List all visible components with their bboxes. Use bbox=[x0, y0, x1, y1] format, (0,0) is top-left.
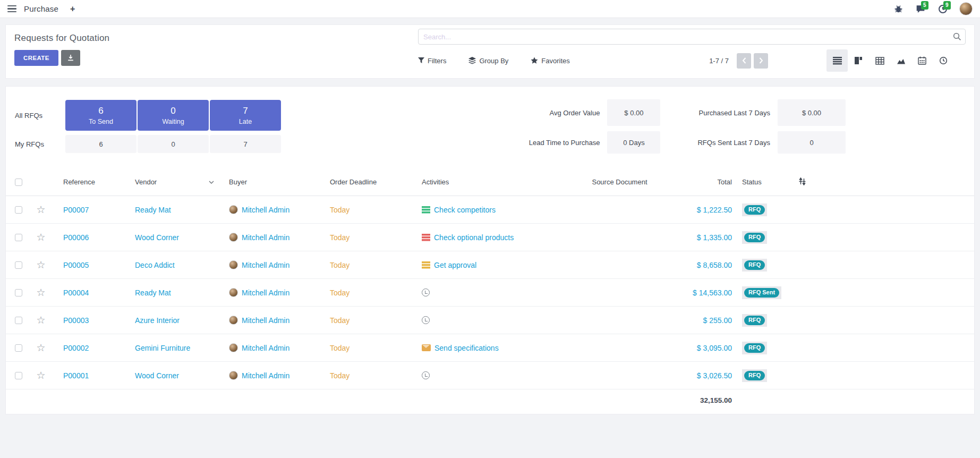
user-avatar[interactable] bbox=[959, 2, 973, 15]
favorites-menu[interactable]: Favorites bbox=[531, 57, 569, 65]
pager-previous-button[interactable] bbox=[737, 53, 751, 69]
table-row[interactable]: ☆ P00005 Deco Addict Mitchell Admin Toda… bbox=[6, 251, 974, 279]
list-view-button[interactable] bbox=[826, 49, 848, 72]
activity-icon[interactable] bbox=[422, 261, 430, 269]
favorite-star-icon[interactable]: ☆ bbox=[31, 370, 50, 380]
reference-link[interactable]: P00001 bbox=[50, 371, 122, 380]
messages-icon[interactable]: 5 bbox=[915, 3, 926, 15]
buyer-avatar bbox=[229, 288, 238, 297]
activity-icon[interactable] bbox=[422, 289, 430, 296]
activity-view-button[interactable] bbox=[933, 49, 954, 72]
all-waiting-card[interactable]: 0Waiting bbox=[138, 100, 209, 131]
group-by-menu[interactable]: Group By bbox=[468, 57, 508, 65]
status-badge: RFQ bbox=[744, 233, 765, 242]
buyer-link[interactable]: Mitchell Admin bbox=[242, 316, 289, 325]
graph-view-button[interactable] bbox=[890, 49, 911, 72]
select-all-checkbox[interactable] bbox=[15, 179, 22, 186]
reference-link[interactable]: P00006 bbox=[50, 233, 122, 242]
table-row[interactable]: ☆ P00001 Wood Corner Mitchell Admin Toda… bbox=[6, 362, 974, 389]
buyer-link[interactable]: Mitchell Admin bbox=[242, 371, 289, 380]
debug-bug-icon[interactable] bbox=[892, 3, 904, 15]
favorite-star-icon[interactable]: ☆ bbox=[31, 315, 50, 325]
row-checkbox[interactable] bbox=[15, 317, 22, 324]
activities-icon[interactable]: 9 bbox=[937, 3, 949, 15]
activity-cell[interactable]: Check competitors bbox=[409, 206, 560, 214]
status-cell: RFQ bbox=[732, 342, 817, 354]
row-checkbox[interactable] bbox=[15, 372, 22, 379]
activity-cell[interactable]: Check optional products bbox=[409, 233, 560, 242]
table-row[interactable]: ☆ P00004 Ready Mat Mitchell Admin Today … bbox=[6, 279, 974, 307]
vendor-link[interactable]: Wood Corner bbox=[122, 371, 216, 380]
header-reference[interactable]: Reference bbox=[50, 178, 122, 186]
search-input[interactable] bbox=[418, 29, 966, 45]
row-checkbox[interactable] bbox=[15, 234, 22, 241]
favorite-star-icon[interactable]: ☆ bbox=[31, 205, 50, 215]
my-late-card[interactable]: 7 bbox=[210, 135, 281, 153]
vendor-link[interactable]: Ready Mat bbox=[122, 289, 216, 297]
search-icon[interactable] bbox=[953, 32, 961, 41]
reference-link[interactable]: P00003 bbox=[50, 316, 122, 325]
header-total[interactable]: Total bbox=[679, 178, 732, 186]
table-footer: 32,155.00 bbox=[6, 389, 974, 411]
table-row[interactable]: ☆ P00006 Wood Corner Mitchell Admin Toda… bbox=[6, 224, 974, 251]
pager-next-button[interactable] bbox=[754, 53, 768, 69]
reference-link[interactable]: P00005 bbox=[50, 261, 122, 269]
header-source-document[interactable]: Source Document bbox=[560, 178, 679, 186]
vendor-link[interactable]: Gemini Furniture bbox=[122, 344, 216, 352]
vendor-link[interactable]: Azure Interior bbox=[122, 316, 216, 325]
optional-columns-icon[interactable] bbox=[798, 177, 806, 185]
header-vendor[interactable]: Vendor bbox=[122, 178, 216, 186]
header-buyer[interactable]: Buyer bbox=[216, 178, 317, 186]
buyer-link[interactable]: Mitchell Admin bbox=[242, 344, 289, 352]
row-checkbox[interactable] bbox=[15, 261, 22, 269]
activity-icon[interactable] bbox=[422, 344, 431, 351]
favorite-star-icon[interactable]: ☆ bbox=[31, 232, 50, 242]
reference-link[interactable]: P00002 bbox=[50, 344, 122, 352]
activity-cell[interactable] bbox=[409, 289, 560, 296]
buyer-link[interactable]: Mitchell Admin bbox=[242, 261, 289, 269]
all-late-card[interactable]: 7Late bbox=[210, 100, 281, 131]
filters-menu[interactable]: Filters bbox=[418, 57, 446, 65]
row-checkbox[interactable] bbox=[15, 344, 22, 352]
reference-link[interactable]: P00004 bbox=[50, 289, 122, 297]
activity-icon[interactable] bbox=[422, 206, 430, 214]
table-row[interactable]: ☆ P00007 Ready Mat Mitchell Admin Today … bbox=[6, 196, 974, 224]
header-activities[interactable]: Activities bbox=[409, 178, 560, 186]
kanban-view-button[interactable] bbox=[848, 49, 869, 72]
reference-link[interactable]: P00007 bbox=[50, 206, 122, 214]
favorite-star-icon[interactable]: ☆ bbox=[31, 343, 50, 353]
table-row[interactable]: ☆ P00002 Gemini Furniture Mitchell Admin… bbox=[6, 334, 974, 362]
favorite-star-icon[interactable]: ☆ bbox=[31, 260, 50, 270]
buyer-link[interactable]: Mitchell Admin bbox=[242, 233, 289, 242]
all-to-send-card[interactable]: 6To Send bbox=[65, 100, 137, 131]
vendor-link[interactable]: Deco Addict bbox=[122, 261, 216, 269]
activity-cell[interactable] bbox=[409, 371, 560, 379]
vendor-link[interactable]: Ready Mat bbox=[122, 206, 216, 214]
export-button[interactable] bbox=[61, 50, 80, 66]
row-checkbox[interactable] bbox=[15, 206, 22, 214]
my-to-send-card[interactable]: 6 bbox=[65, 135, 137, 153]
app-name[interactable]: Purchase bbox=[24, 4, 58, 13]
activity-cell[interactable] bbox=[409, 316, 560, 324]
activity-cell[interactable]: Send specifications bbox=[409, 344, 560, 352]
create-button[interactable]: CREATE bbox=[14, 50, 58, 66]
buyer-link[interactable]: Mitchell Admin bbox=[242, 289, 289, 297]
order-deadline-value: Today bbox=[317, 371, 409, 380]
calendar-view-button[interactable] bbox=[911, 49, 933, 72]
buyer-avatar bbox=[229, 316, 238, 325]
header-order-deadline[interactable]: Order Deadline bbox=[317, 178, 409, 186]
activity-icon[interactable] bbox=[422, 316, 430, 324]
my-waiting-card[interactable]: 0 bbox=[138, 135, 209, 153]
pivot-view-button[interactable] bbox=[869, 49, 890, 72]
activity-icon[interactable] bbox=[422, 234, 430, 241]
activity-icon[interactable] bbox=[422, 371, 430, 379]
row-checkbox[interactable] bbox=[15, 289, 22, 296]
table-row[interactable]: ☆ P00003 Azure Interior Mitchell Admin T… bbox=[6, 307, 974, 334]
activity-cell[interactable]: Get approval bbox=[409, 261, 560, 269]
buyer-link[interactable]: Mitchell Admin bbox=[242, 206, 289, 214]
new-tab-button[interactable]: + bbox=[70, 4, 75, 14]
favorite-star-icon[interactable]: ☆ bbox=[31, 287, 50, 298]
total-value: $ 8,658.00 bbox=[679, 261, 732, 269]
apps-menu-icon[interactable] bbox=[7, 5, 16, 13]
vendor-link[interactable]: Wood Corner bbox=[122, 233, 216, 242]
